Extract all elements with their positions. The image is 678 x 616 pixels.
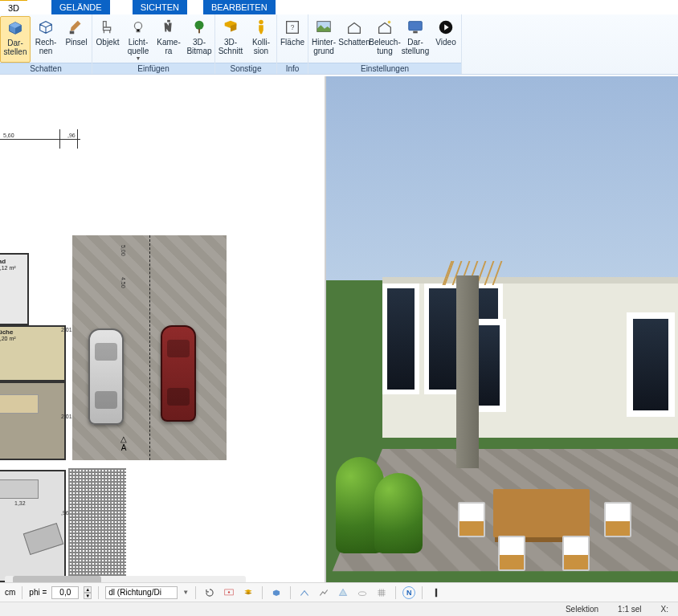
group-einstellungen-label: Einstellungen (308, 63, 461, 74)
status-bar: Selektion 1:1 sel X: (0, 602, 678, 616)
kollision-button[interactable]: Kolli- sion (246, 16, 276, 63)
svg-point-3 (195, 21, 204, 30)
hintergrund-label: Hinter- grund (312, 39, 336, 55)
dim-500: 5,00 (120, 245, 126, 256)
schnitt-button[interactable]: 3D- Schnitt (215, 16, 246, 63)
cube-small-icon[interactable] (269, 585, 284, 600)
darstellen-label: Dar- stellen (4, 39, 27, 56)
car-plan (23, 523, 63, 555)
plan-view[interactable]: 5,60 ,96 5,00 4,50 11,00 Bad14,12 m² Küc… (0, 76, 326, 585)
rechnen-button[interactable]: Rech- nen (31, 16, 61, 63)
phi-input[interactable] (51, 586, 79, 599)
schatten2-button[interactable]: Schatten (339, 16, 370, 63)
patio-table (493, 489, 590, 537)
undo-icon[interactable] (202, 585, 217, 600)
layers-icon[interactable] (241, 585, 255, 600)
beleuchtung-label: Beleuch- tung (369, 39, 400, 55)
phi-spinner[interactable]: ▲▼ (84, 586, 92, 599)
chair-2 (604, 502, 631, 537)
area-icon: ? (283, 18, 302, 37)
pinsel-button[interactable]: Pinsel (61, 16, 92, 63)
group-einfuegen: Objekt Licht- quelle ▼ Kame- ra 3D- Bitm… (92, 14, 215, 74)
hintergrund-button[interactable]: Hinter- grund (308, 16, 339, 63)
snap-3-icon[interactable] (336, 585, 350, 600)
group-sonstige-label: Sonstige (215, 63, 276, 74)
cube-icon (6, 18, 25, 38)
house-shadow-icon (345, 18, 364, 37)
flaeche-label: Fläche (280, 39, 304, 47)
schatten2-label: Schatten (338, 39, 370, 47)
dl-dropdown-icon[interactable]: ▼ (182, 589, 189, 596)
calc-cube-icon (36, 18, 55, 37)
phi-label: phi = (29, 588, 47, 597)
snap-2-icon[interactable] (317, 585, 331, 600)
person-icon (251, 18, 271, 37)
chair-3 (498, 536, 525, 571)
screen-icon[interactable] (222, 585, 236, 600)
n-icon[interactable]: N (402, 586, 415, 599)
tab-3d[interactable]: 3D (0, 0, 27, 14)
video-label: Video (435, 39, 455, 47)
landscape-icon (314, 18, 333, 37)
group-einfuegen-label: Einfügen (92, 63, 214, 74)
bitmap-label: 3D- Bitmap (186, 39, 211, 55)
chair-4 (562, 536, 590, 571)
flaeche-button[interactable]: ? Fläche (277, 16, 308, 63)
svg-rect-10 (409, 22, 423, 31)
sky (326, 76, 678, 280)
table-plan (0, 394, 39, 414)
kamera-button[interactable]: Kame- ra (153, 16, 184, 63)
dl-input[interactable] (105, 586, 178, 599)
lichtquelle-button[interactable]: Licht- quelle ▼ (123, 16, 153, 63)
dim-201a: 2,01 (61, 327, 72, 332)
grid-icon[interactable] (374, 585, 389, 600)
group-einstellungen: Hinter- grund Schatten Beleuch- tung Dar… (308, 14, 462, 74)
snap-1-icon[interactable] (297, 585, 312, 600)
ruler-icon[interactable] (429, 585, 443, 600)
chair-1 (458, 502, 485, 537)
svg-point-15 (359, 591, 366, 595)
darstellung-button[interactable]: Dar- stellung (400, 16, 431, 63)
snap-4-icon[interactable] (355, 585, 370, 600)
tab-gelaende[interactable]: GELÄNDE (51, 0, 110, 14)
beleuchtung-button[interactable]: Beleuch- tung (370, 16, 400, 63)
status-selektion: Selektion (566, 605, 598, 614)
kueche-label: Küche19,20 m² (0, 328, 16, 341)
bitmap-button[interactable]: 3D- Bitmap (184, 16, 214, 63)
ribbon: Dar- stellen Rech- nen Pinsel Schatten O… (0, 14, 678, 75)
darstellung-label: Dar- stellung (402, 39, 429, 55)
dim-201b: 2,01 (61, 414, 72, 419)
car-red (161, 325, 196, 422)
svg-point-5 (259, 20, 263, 25)
svg-rect-11 (413, 31, 418, 34)
room-wz (0, 381, 66, 460)
chair-icon (98, 18, 117, 37)
bottom-toolbar: cm phi = ▲▼ ▼ N (0, 582, 678, 602)
group-schatten-label: Schatten (0, 63, 92, 74)
workspace: 5,60 ,96 5,00 4,50 11,00 Bad14,12 m² Küc… (0, 76, 678, 585)
video-button[interactable]: Video (431, 16, 461, 63)
unit-cm[interactable]: cm (5, 588, 15, 597)
rechnen-label: Rech- nen (35, 39, 57, 55)
objekt-button[interactable]: Objekt (92, 16, 123, 63)
svg-rect-4 (198, 29, 200, 34)
darstellen-button[interactable]: Dar- stellen (0, 16, 31, 63)
sofa-plan (0, 479, 39, 499)
tree-icon (190, 18, 209, 37)
tab-sichten[interactable]: SICHTEN (133, 0, 187, 14)
room-garage (0, 470, 66, 582)
pinsel-label: Pinsel (65, 39, 87, 47)
3d-view[interactable] (326, 76, 678, 585)
objekt-label: Objekt (96, 39, 120, 47)
camera-icon (159, 18, 178, 37)
house (382, 277, 678, 438)
svg-rect-2 (167, 20, 170, 22)
svg-point-9 (388, 21, 391, 24)
section-icon (221, 18, 240, 37)
bulb-icon (129, 18, 148, 37)
window-3 (627, 312, 675, 417)
bush-2 (374, 473, 423, 553)
car-silver (88, 328, 124, 425)
brush-icon (67, 18, 86, 37)
tab-bearbeiten[interactable]: BEARBEITEN (203, 0, 276, 14)
